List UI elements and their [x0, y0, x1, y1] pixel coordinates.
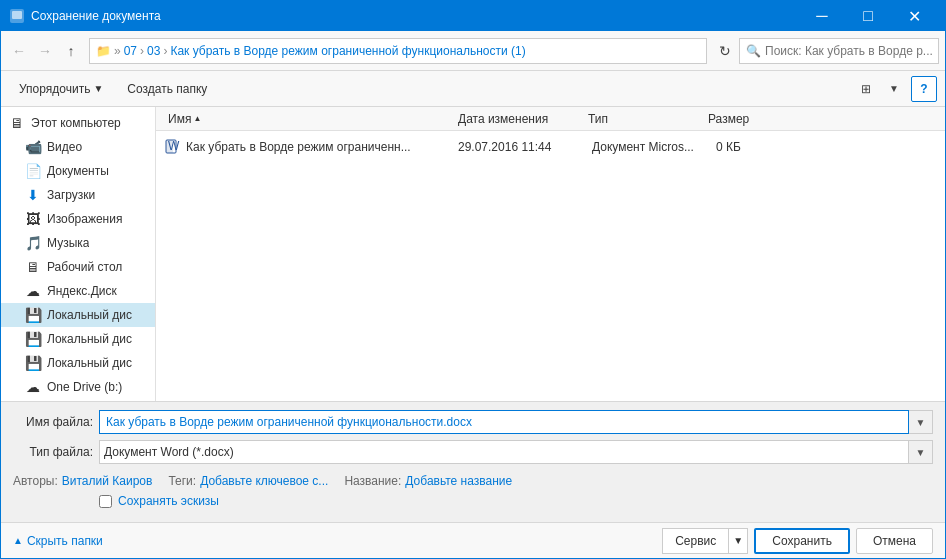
tags-label: Теги: — [168, 474, 196, 488]
organize-button[interactable]: Упорядочить ▼ — [9, 76, 113, 102]
file-date: 29.07.2016 11:44 — [458, 140, 588, 154]
refresh-button[interactable]: ↻ — [713, 39, 737, 63]
checkbox-row: Сохранять эскизы — [13, 492, 933, 514]
filetype-row: Тип файла: Документ Word (*.docx) ▼ — [13, 440, 933, 464]
sidebar-label-images: Изображения — [47, 212, 122, 226]
hide-folders-icon: ▲ — [13, 535, 23, 546]
sidebar-item-computer[interactable]: 🖥 Этот компьютер — [1, 111, 155, 135]
col-name[interactable]: Имя ▲ — [164, 112, 454, 126]
onedrive-icon: ☁ — [25, 379, 41, 395]
filename-dropdown[interactable]: ▼ — [909, 410, 933, 434]
sidebar-item-onedrive[interactable]: ☁ One Drive (b:) — [1, 375, 155, 399]
hide-folders-button[interactable]: ▲ Скрыть папки — [13, 534, 662, 548]
titlebar-title: Сохранение документа — [31, 9, 799, 23]
sidebar-label-music: Музыка — [47, 236, 89, 250]
breadcrumb[interactable]: 📁 » 07 › 03 › Как убрать в Ворде режим о… — [96, 44, 526, 58]
up-button[interactable]: ↑ — [59, 39, 83, 63]
titlebar-icon — [9, 8, 25, 24]
address-bar[interactable]: 📁 » 07 › 03 › Как убрать в Ворде режим о… — [89, 38, 707, 64]
crumb-sep1: › — [140, 44, 144, 58]
crumb-part3: Как убрать в Ворде режим ограниченной фу… — [170, 44, 525, 58]
search-icon: 🔍 — [746, 44, 761, 58]
close-button[interactable]: ✕ — [891, 1, 937, 31]
sidebar-item-video[interactable]: 📹 Видео — [1, 135, 155, 159]
computer-icon: 🖥 — [9, 115, 25, 131]
yandex-icon: ☁ — [25, 283, 41, 299]
view-dropdown-button[interactable]: ▼ — [881, 76, 907, 102]
filetype-dropdown[interactable]: ▼ — [909, 440, 933, 464]
sidebar-item-local2[interactable]: 💾 Локальный дис — [1, 327, 155, 351]
filename-row: Имя файла: ▼ — [13, 410, 933, 434]
title-label: Название: — [344, 474, 401, 488]
images-icon: 🖼 — [25, 211, 41, 227]
svg-text:W: W — [168, 139, 180, 153]
sidebar-item-yandex[interactable]: ☁ Яндекс.Диск — [1, 279, 155, 303]
authors-value[interactable]: Виталий Каиров — [62, 474, 153, 488]
maximize-button[interactable]: □ — [845, 1, 891, 31]
title-value[interactable]: Добавьте название — [405, 474, 512, 488]
back-button[interactable]: ← — [7, 39, 31, 63]
sidebar-item-local3[interactable]: 💾 Локальный дис — [1, 351, 155, 375]
organize-dropdown-icon: ▼ — [93, 83, 103, 94]
col-date[interactable]: Дата изменения — [454, 112, 584, 126]
file-icon: W — [164, 139, 180, 155]
view-grid-icon: ⊞ — [861, 82, 871, 96]
file-area: Имя ▲ Дата изменения Тип Размер — [156, 107, 945, 401]
filename-input[interactable] — [99, 410, 909, 434]
save-thumbnails-checkbox[interactable] — [99, 495, 112, 508]
save-form: Имя файла: ▼ Тип файла: Документ Word (*… — [1, 401, 945, 522]
desktop-icon: 🖥 — [25, 259, 41, 275]
sidebar-item-desktop[interactable]: 🖥 Рабочий стол — [1, 255, 155, 279]
search-box[interactable]: 🔍 — [739, 38, 939, 64]
new-folder-button[interactable]: Создать папку — [117, 76, 217, 102]
sidebar-label-video: Видео — [47, 140, 82, 154]
local2-icon: 💾 — [25, 331, 41, 347]
view-toggle-button[interactable]: ⊞ — [853, 76, 879, 102]
minimize-button[interactable]: ─ — [799, 1, 845, 31]
cancel-button[interactable]: Отмена — [856, 528, 933, 554]
sidebar-label-local1: Локальный дис — [47, 308, 132, 322]
view-options: ⊞ ▼ — [853, 76, 907, 102]
hide-folders-label: Скрыть папки — [27, 534, 103, 548]
downloads-icon: ⬇ — [25, 187, 41, 203]
action-buttons: Сервис ▼ Сохранить Отмена — [662, 528, 933, 554]
sidebar-item-music[interactable]: 🎵 Музыка — [1, 231, 155, 255]
filename-label: Имя файла: — [13, 415, 93, 429]
sidebar-item-local1[interactable]: 💾 Локальный дис — [1, 303, 155, 327]
title-item: Название: Добавьте название — [344, 474, 512, 488]
sidebar-item-documents[interactable]: 📄 Документы — [1, 159, 155, 183]
sidebar-item-images[interactable]: 🖼 Изображения — [1, 207, 155, 231]
crumb-separator: » — [114, 44, 121, 58]
crumb-part1: 07 — [124, 44, 137, 58]
titlebar-buttons: ─ □ ✕ — [799, 1, 937, 31]
tags-value[interactable]: Добавьте ключевое с... — [200, 474, 328, 488]
save-button[interactable]: Сохранить — [754, 528, 850, 554]
meta-row: Авторы: Виталий Каиров Теги: Добавьте кл… — [13, 470, 933, 492]
filename-input-wrap: ▼ — [99, 410, 933, 434]
sidebar-label-yandex: Яндекс.Диск — [47, 284, 117, 298]
sidebar-label-local3: Локальный дис — [47, 356, 132, 370]
save-thumbnails-label[interactable]: Сохранять эскизы — [118, 494, 219, 508]
file-type: Документ Micros... — [592, 140, 712, 154]
file-list: W Как убрать в Ворде режим ограниченн...… — [156, 131, 945, 401]
sidebar-label-documents: Документы — [47, 164, 109, 178]
save-dialog: Сохранение документа ─ □ ✕ ← → ↑ 📁 » 07 … — [0, 0, 946, 559]
help-button[interactable]: ? — [911, 76, 937, 102]
table-row[interactable]: W Как убрать в Ворде режим ограниченн...… — [156, 135, 945, 159]
col-size[interactable]: Размер — [704, 112, 784, 126]
file-size: 0 КБ — [716, 140, 796, 154]
crumb-sep2: › — [163, 44, 167, 58]
filetype-input-wrap: Документ Word (*.docx) ▼ — [99, 440, 933, 464]
svg-rect-1 — [12, 11, 22, 19]
sidebar-item-downloads[interactable]: ⬇ Загрузки — [1, 183, 155, 207]
documents-icon: 📄 — [25, 163, 41, 179]
sidebar-label-desktop: Рабочий стол — [47, 260, 122, 274]
status-bar: ▲ Скрыть папки Сервис ▼ Сохранить Отмена — [1, 522, 945, 558]
service-button[interactable]: Сервис — [662, 528, 728, 554]
col-type[interactable]: Тип — [584, 112, 704, 126]
authors-label: Авторы: — [13, 474, 58, 488]
forward-button[interactable]: → — [33, 39, 57, 63]
service-dropdown-button[interactable]: ▼ — [728, 528, 748, 554]
search-input[interactable] — [765, 44, 932, 58]
filetype-select[interactable]: Документ Word (*.docx) — [99, 440, 909, 464]
